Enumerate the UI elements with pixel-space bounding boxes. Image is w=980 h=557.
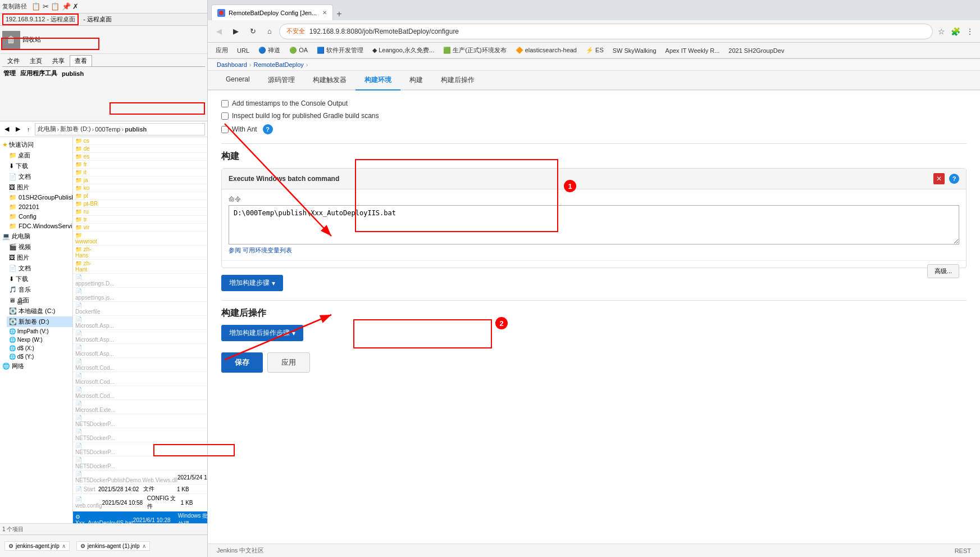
tree-fdc[interactable]: 📁 FDC.WindowsService bbox=[7, 221, 72, 231]
address-path[interactable]: 此电脑 › 新加卷 (D:) › 000Temp › publish bbox=[35, 123, 206, 135]
file-row[interactable]: 📁 zh-Hant bbox=[73, 260, 207, 274]
tab-build-env[interactable]: 构建环境 bbox=[355, 71, 400, 90]
bm-elasticsearch[interactable]: 🔶 elasticsearch-head bbox=[512, 46, 580, 55]
tab-scm[interactable]: 源码管理 bbox=[259, 71, 304, 90]
tree-pics[interactable]: 🖼 图片 bbox=[7, 182, 72, 193]
home-btn[interactable]: ⌂ bbox=[263, 25, 276, 38]
tab-close-btn[interactable]: ✕ bbox=[322, 10, 327, 16]
dl-item-1[interactable]: ⚙ jenkins-agent.jnlp ∧ bbox=[4, 541, 70, 551]
file-row[interactable]: 📁 ko bbox=[73, 184, 207, 192]
extensions-btn[interactable]: 🧩 bbox=[949, 25, 962, 38]
bm-es[interactable]: ⚡ ES bbox=[582, 46, 607, 55]
bm-skywalking[interactable]: SW SkyWalking bbox=[609, 46, 660, 55]
bm-apex[interactable]: Apex IT Weekly R... bbox=[662, 46, 723, 55]
tab-share[interactable]: 共享 bbox=[47, 55, 70, 66]
tree-network[interactable]: 🌐 网络 bbox=[0, 361, 72, 372]
bm-apps[interactable]: 应用 bbox=[212, 45, 231, 56]
bc-dashboard[interactable]: Dashboard bbox=[217, 61, 247, 68]
file-row[interactable]: 📄 NET5DockerP... bbox=[73, 428, 207, 442]
file-row[interactable]: 📁 pl bbox=[73, 192, 207, 200]
bm-devmgmt[interactable]: 🟦 软件开发管理 bbox=[313, 45, 367, 56]
bm-prod[interactable]: 🟩 生产(正式)环境发布 bbox=[440, 45, 509, 56]
cmd-textarea[interactable]: D:\000Temp\publish\Xxx_AutoDeployIIS.bat bbox=[229, 205, 959, 244]
file-row[interactable]: 📄 Microsoft.Exte... bbox=[73, 400, 207, 414]
tab-home[interactable]: 主页 bbox=[25, 55, 47, 66]
add-build-step-btn[interactable]: 增加构建步骤 ▾ bbox=[221, 275, 283, 291]
tree-video[interactable]: 🎬 视频 bbox=[7, 242, 72, 252]
back-btn[interactable]: ◀ bbox=[212, 25, 226, 38]
tree-drive-d[interactable]: 💽 新加卷 (D:) bbox=[7, 316, 72, 327]
build-step-close-btn[interactable]: ✕ bbox=[933, 173, 945, 184]
tab-post-build[interactable]: 构建后操作 bbox=[432, 71, 484, 90]
tab-file[interactable]: 文件 bbox=[2, 55, 25, 66]
file-row[interactable]: 📁 it bbox=[73, 169, 207, 176]
file-row[interactable]: 📁 zh-Hans bbox=[73, 246, 207, 260]
file-row[interactable]: 📁 ja bbox=[73, 176, 207, 184]
new-tab-btn[interactable]: + bbox=[333, 8, 345, 20]
tree-nexp[interactable]: 🌐 Nexp (W:) bbox=[7, 336, 72, 344]
dl-close-1[interactable]: ∧ bbox=[62, 543, 66, 549]
tree-music[interactable]: 🎵 音乐 bbox=[7, 284, 72, 295]
file-row[interactable]: 📄 Microsoft.Asp... bbox=[73, 344, 207, 358]
menu-btn[interactable]: ⋮ bbox=[964, 25, 976, 38]
file-row[interactable]: 📁 pt-BR bbox=[73, 200, 207, 208]
file-row[interactable]: 📁 wwwroot bbox=[73, 232, 207, 246]
file-row[interactable]: 📄 NET5DockerP... bbox=[73, 414, 207, 428]
tree-desktop[interactable]: 📁 桌面 bbox=[7, 150, 72, 161]
cb-ant[interactable] bbox=[221, 126, 229, 133]
file-row-views-dll[interactable]: 📄 NET5DockerPublishDemo.Web.Views.dll202… bbox=[73, 470, 207, 484]
file-row[interactable]: 📄 appsettings.D... bbox=[73, 274, 207, 288]
bm-zhanto[interactable]: 🔵 禅道 bbox=[255, 45, 284, 56]
tree-docs2[interactable]: 📄 文档 bbox=[7, 263, 72, 274]
address-input[interactable]: 不安全 192.168.9.8:8080/job/RemoteBatDeploy… bbox=[279, 24, 933, 39]
file-row[interactable]: 📄 Microsoft.Cod... bbox=[73, 358, 207, 372]
tree-sh2[interactable]: 📁 01SH2GroupPublish bbox=[7, 193, 72, 202]
tree-docs[interactable]: 📄 文档 bbox=[7, 171, 72, 182]
file-row-bat[interactable]: ⚙ Xxx_AutoDeployIIS.bat2021/6/1 10:28Win… bbox=[73, 511, 207, 523]
step-help-icon[interactable]: ? bbox=[949, 174, 959, 184]
tree-d111[interactable]: 🌐 d$ (X:) bbox=[7, 344, 72, 352]
bm-oa[interactable]: 🟢 OA bbox=[286, 46, 311, 55]
copy-path-btn[interactable]: 复制路径 bbox=[2, 2, 27, 11]
file-row[interactable]: 📁 fr bbox=[73, 161, 207, 169]
advanced-btn[interactable]: 高级... bbox=[927, 264, 959, 278]
file-row[interactable]: 📄 Microsoft.Asp... bbox=[73, 330, 207, 344]
forward-btn[interactable]: ▶ bbox=[229, 25, 243, 38]
file-row[interactable]: 📄 appsettings.js... bbox=[73, 288, 207, 302]
file-row[interactable]: 📄 NET5DockerP... bbox=[73, 442, 207, 456]
apply-btn[interactable]: 应用 bbox=[267, 352, 310, 373]
tree-202101[interactable]: 📁 202101 bbox=[7, 202, 72, 212]
file-row[interactable]: 📄 Microsoft.Cod... bbox=[73, 386, 207, 400]
cb-timestamps[interactable] bbox=[221, 100, 229, 107]
file-row[interactable]: 📄 Microsoft.Cod... bbox=[73, 372, 207, 386]
nav-forward-btn[interactable]: ▶ bbox=[13, 124, 22, 134]
tree-desktop2[interactable]: 🖥 桌面 bbox=[7, 295, 72, 306]
tree-imp[interactable]: 🌐 ImpPath (V:) bbox=[7, 327, 72, 336]
file-row[interactable]: 📁 de bbox=[73, 145, 207, 153]
browser-tab[interactable]: RemoteBatDeploy Config [Jen... ✕ bbox=[211, 4, 333, 20]
tree-this-pc[interactable]: 💻 此电脑 bbox=[0, 231, 72, 242]
tree-downloads[interactable]: ⬇ 下载 bbox=[7, 161, 72, 171]
tree-drive-c[interactable]: 💽 本地磁盘 (C:) bbox=[7, 306, 72, 316]
bc-job[interactable]: RemoteBatDeploy bbox=[254, 61, 304, 68]
env-link-anchor[interactable]: 可用环境变量列表 bbox=[243, 247, 292, 253]
ant-help-icon[interactable]: ? bbox=[263, 124, 273, 134]
bm-2021[interactable]: 2021 SH2GroupDev bbox=[725, 46, 787, 55]
tree-d98[interactable]: 🌐 d$ (Y:) bbox=[7, 352, 72, 361]
nav-up-btn[interactable]: ↑ bbox=[25, 125, 33, 134]
tree-dl2[interactable]: ⬇ 下载 bbox=[7, 274, 72, 284]
dl-close-2[interactable]: ∧ bbox=[142, 543, 146, 549]
tree-pics2[interactable]: 🖼 图片 bbox=[7, 252, 72, 263]
bookmark-btn[interactable]: ☆ bbox=[936, 25, 947, 38]
file-row[interactable]: 📁 cs bbox=[73, 137, 207, 145]
bm-url[interactable]: URL bbox=[234, 46, 253, 55]
tab-view[interactable]: 查看 bbox=[70, 55, 92, 66]
dl-item-2[interactable]: ⚙ jenkins-agent (1).jnlp ∧ bbox=[76, 541, 150, 551]
file-row[interactable]: 📄 Microsoft.Asp... bbox=[73, 316, 207, 330]
file-row[interactable]: 📁 tr bbox=[73, 216, 207, 224]
tab-general[interactable]: General bbox=[217, 71, 259, 90]
bm-leangoo[interactable]: ◆ Leangoo,永久免费... bbox=[369, 45, 437, 56]
nav-back-btn[interactable]: ◀ bbox=[2, 124, 11, 134]
file-row[interactable]: 📁 es bbox=[73, 153, 207, 161]
cb-gradle[interactable] bbox=[221, 112, 229, 120]
